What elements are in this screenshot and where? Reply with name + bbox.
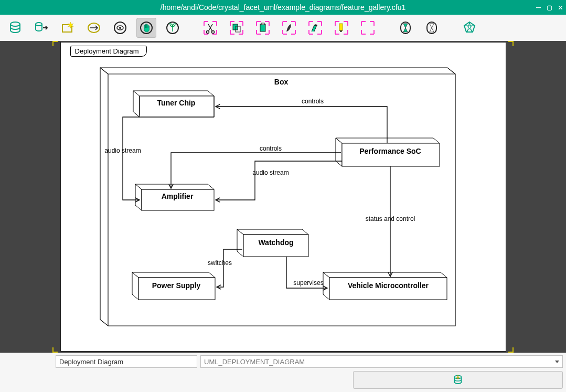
node-tuner[interactable]: Tuner Chip <box>133 91 214 117</box>
svg-point-10 <box>212 31 215 34</box>
plant-icon[interactable] <box>163 18 183 38</box>
maximize-button[interactable]: ▢ <box>547 3 552 12</box>
copy-icon[interactable] <box>227 18 247 38</box>
canvas-area[interactable]: Deployment Diagram Box <box>0 41 566 353</box>
svg-text:controls: controls <box>301 98 323 105</box>
node-vmc[interactable]: Vehicle Microcontroller <box>323 272 447 300</box>
svg-text:Vehicle Microcontroller: Vehicle Microcontroller <box>347 281 429 290</box>
instantiate-icon[interactable] <box>305 18 325 38</box>
cut-icon[interactable] <box>200 18 220 38</box>
hand-icon[interactable] <box>136 18 156 38</box>
open-icon[interactable] <box>84 18 104 38</box>
close-button[interactable]: ✕ <box>558 3 563 12</box>
svg-rect-14 <box>261 23 264 25</box>
svg-text:Amplifier: Amplifier <box>161 192 193 200</box>
svg-text:controls: controls <box>259 145 281 152</box>
svg-rect-13 <box>260 24 265 31</box>
svg-rect-16 <box>339 24 343 30</box>
database-icon[interactable] <box>5 18 25 38</box>
svg-text:status and control: status and control <box>365 215 415 223</box>
node-power[interactable]: Power Supply <box>132 272 215 300</box>
svg-text:supervises: supervises <box>293 279 323 287</box>
paste-icon[interactable] <box>253 18 273 38</box>
window-controls: — ▢ ✕ <box>536 0 563 15</box>
save-button[interactable] <box>353 371 563 389</box>
window-title: /home/andi/Code/crystal_facet_uml/exampl… <box>161 3 405 12</box>
new-icon[interactable] <box>58 18 78 38</box>
minimize-button[interactable]: — <box>536 3 541 12</box>
export-icon[interactable] <box>31 18 51 38</box>
svg-text:Performance SoC: Performance SoC <box>359 147 421 155</box>
svg-text:Tuner Chip: Tuner Chip <box>157 99 195 107</box>
undo-icon[interactable] <box>396 18 415 38</box>
diagram-paper[interactable]: Deployment Diagram Box <box>61 43 506 351</box>
name-field[interactable] <box>56 355 197 368</box>
svg-point-6 <box>119 27 121 29</box>
type-dropdown[interactable]: UML_DEPLOYMENT_DIAGRAM <box>200 355 563 368</box>
node-soc[interactable]: Performance SoC <box>336 138 440 166</box>
svg-point-9 <box>207 31 209 34</box>
svg-text:audio stream: audio stream <box>252 169 289 176</box>
toolbar <box>0 15 566 41</box>
svg-point-15 <box>314 25 317 26</box>
about-icon[interactable] <box>460 18 479 38</box>
svg-text:switches: switches <box>208 259 232 267</box>
svg-point-1 <box>36 23 42 26</box>
view-icon[interactable] <box>110 18 130 38</box>
titlebar: /home/andi/Code/crystal_facet_uml/exampl… <box>0 0 566 15</box>
svg-text:Watchdog: Watchdog <box>258 238 293 247</box>
type-value: UML_DEPLOYMENT_DIAGRAM <box>204 358 305 366</box>
node-amplifier[interactable]: Amplifier <box>135 184 214 210</box>
svg-point-0 <box>10 22 20 26</box>
container-label: Box <box>274 78 288 86</box>
delete-icon[interactable] <box>279 18 299 38</box>
chevron-down-icon <box>555 361 559 363</box>
property-panel: UML_DEPLOYMENT_DIAGRAM <box>0 353 566 392</box>
select-icon[interactable] <box>358 18 378 38</box>
svg-text:audio stream: audio stream <box>104 147 141 154</box>
node-watchdog[interactable]: Watchdog <box>237 229 308 257</box>
redo-icon[interactable] <box>422 18 442 38</box>
diagram-svg: Box Tuner Chip A <box>61 43 506 336</box>
highlight-icon[interactable] <box>332 18 351 38</box>
svg-text:Power Supply: Power Supply <box>152 281 200 290</box>
